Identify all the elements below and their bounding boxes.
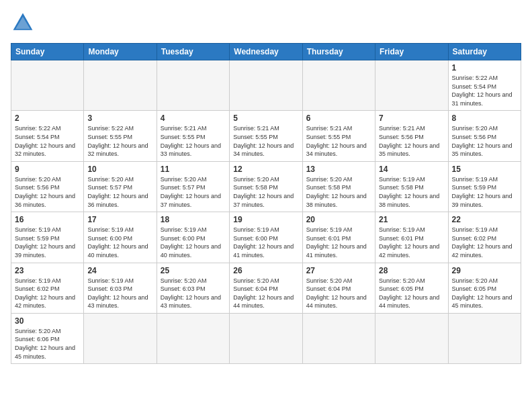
day-number: 21 [379,215,444,224]
day-number: 7 [379,113,444,123]
day-info: Sunrise: 5:20 AM Sunset: 5:58 PM Dayligh… [306,175,371,209]
day-info: Sunrise: 5:20 AM Sunset: 6:06 PM Dayligh… [15,327,80,361]
day-info: Sunrise: 5:22 AM Sunset: 5:54 PM Dayligh… [15,124,80,158]
day-info: Sunrise: 5:20 AM Sunset: 5:57 PM Dayligh… [161,175,226,209]
day-info: Sunrise: 5:20 AM Sunset: 6:04 PM Dayligh… [306,277,371,310]
day-info: Sunrise: 5:21 AM Sunset: 5:55 PM Dayligh… [161,124,226,158]
calendar-cell [302,60,375,111]
calendar-cell: 25Sunrise: 5:20 AM Sunset: 6:03 PM Dayli… [157,263,229,313]
calendar-cell: 28Sunrise: 5:20 AM Sunset: 6:05 PM Dayli… [375,263,448,313]
calendar-cell [230,313,302,363]
calendar-header-row: SundayMondayTuesdayWednesdayThursdayFrid… [11,44,521,60]
calendar-week-2: 9Sunrise: 5:20 AM Sunset: 5:56 PM Daylig… [11,161,521,212]
day-info: Sunrise: 5:19 AM Sunset: 5:59 PM Dayligh… [15,226,80,259]
calendar-cell: 7Sunrise: 5:21 AM Sunset: 5:56 PM Daylig… [375,111,448,161]
calendar-cell: 12Sunrise: 5:20 AM Sunset: 5:58 PM Dayli… [230,161,302,212]
day-info: Sunrise: 5:19 AM Sunset: 5:59 PM Dayligh… [452,175,517,209]
day-number: 26 [233,266,298,275]
day-info: Sunrise: 5:19 AM Sunset: 5:58 PM Dayligh… [379,175,444,209]
calendar-week-1: 2Sunrise: 5:22 AM Sunset: 5:54 PM Daylig… [11,111,521,161]
calendar-week-0: 1Sunrise: 5:22 AM Sunset: 5:54 PM Daylig… [11,60,521,111]
day-info: Sunrise: 5:20 AM Sunset: 6:05 PM Dayligh… [379,277,444,310]
calendar-cell: 15Sunrise: 5:19 AM Sunset: 5:59 PM Dayli… [448,161,521,212]
day-info: Sunrise: 5:20 AM Sunset: 6:03 PM Dayligh… [161,277,226,310]
day-header-wednesday: Wednesday [230,44,302,60]
calendar-cell: 10Sunrise: 5:20 AM Sunset: 5:57 PM Dayli… [84,161,157,212]
day-number: 5 [233,113,298,123]
day-info: Sunrise: 5:19 AM Sunset: 6:01 PM Dayligh… [306,226,371,259]
day-info: Sunrise: 5:20 AM Sunset: 5:57 PM Dayligh… [87,175,152,209]
day-info: Sunrise: 5:21 AM Sunset: 5:56 PM Dayligh… [379,124,444,158]
calendar-cell: 6Sunrise: 5:21 AM Sunset: 5:55 PM Daylig… [302,111,375,161]
day-number: 1 [452,63,517,73]
page-header [11,11,521,35]
day-number: 22 [452,215,517,224]
day-number: 19 [233,215,298,224]
day-info: Sunrise: 5:21 AM Sunset: 5:55 PM Dayligh… [233,124,298,158]
calendar-cell [157,313,229,363]
calendar-cell: 27Sunrise: 5:20 AM Sunset: 6:04 PM Dayli… [302,263,375,313]
logo-icon [11,11,35,35]
day-number: 9 [15,165,80,174]
calendar-cell: 8Sunrise: 5:20 AM Sunset: 5:56 PM Daylig… [448,111,521,161]
calendar-cell: 1Sunrise: 5:22 AM Sunset: 5:54 PM Daylig… [448,60,521,111]
day-number: 10 [87,165,152,174]
calendar-cell: 16Sunrise: 5:19 AM Sunset: 5:59 PM Dayli… [11,212,84,263]
day-header-saturday: Saturday [448,44,521,60]
day-header-friday: Friday [375,44,448,60]
day-number: 2 [15,113,80,123]
day-number: 15 [452,165,517,174]
calendar-cell: 29Sunrise: 5:20 AM Sunset: 6:05 PM Dayli… [448,263,521,313]
day-info: Sunrise: 5:19 AM Sunset: 6:00 PM Dayligh… [233,226,298,259]
day-info: Sunrise: 5:20 AM Sunset: 5:58 PM Dayligh… [233,175,298,209]
day-info: Sunrise: 5:20 AM Sunset: 6:04 PM Dayligh… [233,277,298,310]
day-number: 20 [306,215,371,224]
calendar-cell: 11Sunrise: 5:20 AM Sunset: 5:57 PM Dayli… [157,161,229,212]
calendar-cell: 14Sunrise: 5:19 AM Sunset: 5:58 PM Dayli… [375,161,448,212]
calendar-cell: 26Sunrise: 5:20 AM Sunset: 6:04 PM Dayli… [230,263,302,313]
calendar-cell: 17Sunrise: 5:19 AM Sunset: 6:00 PM Dayli… [84,212,157,263]
calendar-cell: 20Sunrise: 5:19 AM Sunset: 6:01 PM Dayli… [302,212,375,263]
day-info: Sunrise: 5:20 AM Sunset: 6:05 PM Dayligh… [452,277,517,310]
day-info: Sunrise: 5:19 AM Sunset: 6:00 PM Dayligh… [161,226,226,259]
day-number: 13 [306,165,371,174]
day-header-monday: Monday [84,44,157,60]
day-info: Sunrise: 5:22 AM Sunset: 5:54 PM Dayligh… [452,74,517,107]
day-number: 3 [87,113,152,123]
day-info: Sunrise: 5:19 AM Sunset: 6:02 PM Dayligh… [15,277,80,310]
day-number: 24 [87,266,152,275]
calendar-cell [157,60,229,111]
calendar-week-5: 30Sunrise: 5:20 AM Sunset: 6:06 PM Dayli… [11,313,521,363]
calendar-cell: 18Sunrise: 5:19 AM Sunset: 6:00 PM Dayli… [157,212,229,263]
day-number: 6 [306,113,371,123]
day-info: Sunrise: 5:19 AM Sunset: 6:00 PM Dayligh… [87,226,152,259]
calendar-cell: 13Sunrise: 5:20 AM Sunset: 5:58 PM Dayli… [302,161,375,212]
calendar-cell [375,60,448,111]
calendar-table: SundayMondayTuesdayWednesdayThursdayFrid… [11,43,521,364]
calendar-cell: 24Sunrise: 5:19 AM Sunset: 6:03 PM Dayli… [84,263,157,313]
calendar-cell: 2Sunrise: 5:22 AM Sunset: 5:54 PM Daylig… [11,111,84,161]
calendar-cell: 21Sunrise: 5:19 AM Sunset: 6:01 PM Dayli… [375,212,448,263]
logo [11,11,39,35]
day-number: 14 [379,165,444,174]
day-number: 11 [161,165,226,174]
calendar-cell [84,60,157,111]
day-number: 8 [452,113,517,123]
day-number: 23 [15,266,80,275]
calendar-cell [230,60,302,111]
calendar-cell: 9Sunrise: 5:20 AM Sunset: 5:56 PM Daylig… [11,161,84,212]
day-number: 18 [161,215,226,224]
calendar-cell: 30Sunrise: 5:20 AM Sunset: 6:06 PM Dayli… [11,313,84,363]
day-info: Sunrise: 5:19 AM Sunset: 6:01 PM Dayligh… [379,226,444,259]
day-info: Sunrise: 5:19 AM Sunset: 6:03 PM Dayligh… [87,277,152,310]
calendar-cell: 3Sunrise: 5:22 AM Sunset: 5:55 PM Daylig… [84,111,157,161]
calendar-cell [375,313,448,363]
calendar-cell: 19Sunrise: 5:19 AM Sunset: 6:00 PM Dayli… [230,212,302,263]
day-info: Sunrise: 5:21 AM Sunset: 5:55 PM Dayligh… [306,124,371,158]
calendar-cell [84,313,157,363]
day-info: Sunrise: 5:19 AM Sunset: 6:02 PM Dayligh… [452,226,517,259]
day-number: 28 [379,266,444,275]
calendar-cell [448,313,521,363]
day-header-tuesday: Tuesday [157,44,229,60]
day-info: Sunrise: 5:20 AM Sunset: 5:56 PM Dayligh… [15,175,80,209]
